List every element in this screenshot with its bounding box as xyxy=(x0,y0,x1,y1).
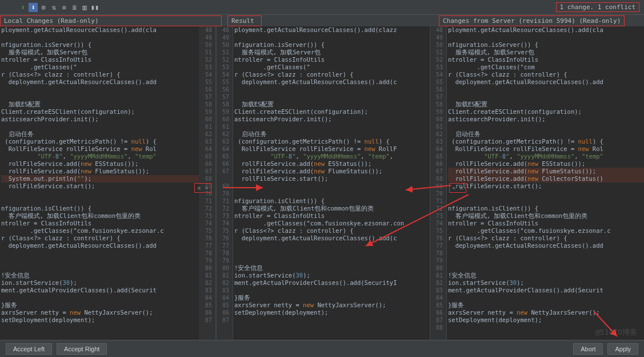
accept-left-button[interactable]: Accept Left xyxy=(6,343,52,355)
apply-button[interactable]: Apply xyxy=(607,343,638,355)
bottom-bar: Accept Left Accept Right Abort Apply xyxy=(0,340,644,357)
accept-right-button[interactable]: Accept Right xyxy=(57,343,107,355)
result-title: Result xyxy=(227,15,262,26)
result-gutter: 48 49 50 51 52 53 54 55 56 57 58 59 60 6… xyxy=(216,26,233,340)
prev-diff-icon[interactable]: ⬆ xyxy=(18,3,27,12)
change-count-badge: 1 change. 1 conflict xyxy=(556,2,639,12)
merge-control-right[interactable]: « ✕ xyxy=(449,183,466,193)
toolbar-icons: ⬆ ⬇ ⚙ ⇅ ≡ ≣ ▥ ▮▮ xyxy=(18,3,99,12)
align-icon[interactable]: ≣ xyxy=(70,3,79,12)
diff-body: ployment.getActualResourceClasses().add(… xyxy=(0,26,644,340)
right-code[interactable]: ployment.getActualResourceClasses().add(… xyxy=(447,26,644,340)
server-title: Changes from Server (revision 5994) (Rea… xyxy=(439,15,625,26)
pane-titles: Local Changes (Read-only) Result Changes… xyxy=(0,15,644,26)
top-toolbar: ⬆ ⬇ ⚙ ⇅ ≡ ≣ ▥ ▮▮ 1 change. 1 conflict xyxy=(0,0,644,15)
highlight-icon[interactable]: ▮▮ xyxy=(90,3,99,12)
result-pane: 48 49 50 51 52 53 54 55 56 57 58 59 60 6… xyxy=(216,26,430,340)
watermark: @51CTO博客 xyxy=(595,327,637,338)
next-diff-icon[interactable]: ⬇ xyxy=(29,3,38,12)
collapse-icon[interactable]: ≡ xyxy=(59,3,69,12)
merge-control-left[interactable]: ✕ » xyxy=(194,183,211,193)
result-code[interactable]: ployment.getActualResourceClasses().add(… xyxy=(233,26,430,340)
right-gutter: 48 49 50 51 52 53 54 55 56 57 58 59 60 6… xyxy=(430,26,447,340)
left-code[interactable]: ployment.getActualResourceClasses().add(… xyxy=(0,26,199,340)
whitespace-icon[interactable]: ▥ xyxy=(80,3,89,12)
local-title: Local Changes (Read-only) xyxy=(0,15,222,26)
left-pane: ployment.getActualResourceClasses().add(… xyxy=(0,26,216,340)
gear-icon[interactable]: ⚙ xyxy=(39,3,48,12)
abort-button[interactable]: Abort xyxy=(573,343,603,355)
sync-scroll-icon[interactable]: ⇅ xyxy=(49,3,58,12)
